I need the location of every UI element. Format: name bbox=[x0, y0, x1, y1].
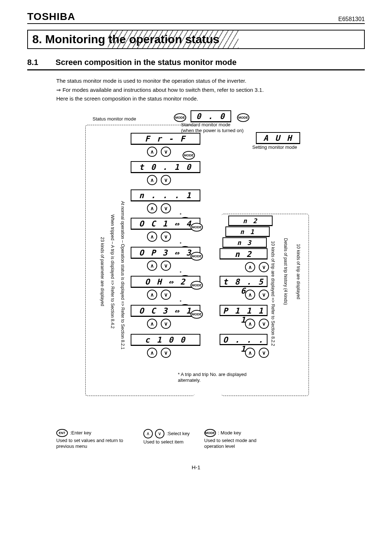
display-n-stack3: n 3 bbox=[222, 237, 267, 248]
display-n1: n . . . 1 bbox=[131, 189, 200, 201]
vtext-10kinds-inner: 10 kinds of trip are displayed => Refer … bbox=[270, 223, 275, 364]
mode-button-icon: MODE bbox=[183, 151, 195, 160]
legend-mode: MODE : Mode key Used to select mode and … bbox=[204, 429, 277, 450]
up-button-icon: ∧ bbox=[143, 429, 153, 438]
down-button-icon: ∨ bbox=[161, 348, 171, 358]
down-button-icon: ∨ bbox=[155, 429, 164, 438]
down-button-icon: ∨ bbox=[259, 262, 269, 272]
up-button-icon: ∧ bbox=[245, 319, 255, 329]
vtext-past-trip: Details of past trip history (4 kinds) bbox=[283, 219, 288, 324]
legend-mode-name: : Mode key bbox=[218, 430, 241, 436]
legend-ent-name: :Enter key bbox=[70, 430, 91, 436]
mode-button-icon: MODE bbox=[191, 310, 203, 319]
display-oc31: O C 3 ⇔ 1 bbox=[131, 305, 200, 317]
display-t010: t 0 . 1 0 bbox=[131, 161, 200, 173]
up-button-icon: ∧ bbox=[147, 232, 157, 242]
up-button-icon: ∧ bbox=[147, 290, 157, 300]
display-n-selected: n 2 bbox=[220, 248, 268, 259]
mode-button-icon: MODE bbox=[191, 252, 203, 261]
down-button-icon: ∨ bbox=[259, 290, 269, 300]
up-button-icon: ∧ bbox=[147, 147, 157, 157]
down-button-icon: ∨ bbox=[259, 319, 269, 329]
down-button-icon: ∨ bbox=[161, 232, 171, 242]
ent-button-icon: ENT bbox=[56, 429, 68, 437]
display-oh2: O H ⇔ 2 bbox=[131, 276, 200, 288]
vtext-10kinds-outer: 10 kinds of trip are displayed bbox=[296, 226, 301, 317]
down-button-icon: ∨ bbox=[161, 290, 171, 300]
diagram: 0 . 0 MODE MODE Standard monitor mode (w… bbox=[56, 110, 310, 426]
up-button-icon: ∧ bbox=[245, 290, 255, 300]
mode-button-icon: MODE bbox=[191, 281, 203, 290]
body-line-3: Here is the screen composition in the st… bbox=[56, 95, 365, 103]
up-button-icon: ∧ bbox=[147, 319, 157, 329]
up-button-icon: ∧ bbox=[147, 348, 157, 358]
display-c100: c 1 0 0 bbox=[131, 334, 200, 346]
up-button-icon: ∧ bbox=[147, 261, 157, 271]
label-status-monitor: Status monitor mode bbox=[93, 116, 136, 122]
up-button-icon: ∧ bbox=[147, 203, 157, 213]
down-button-icon: ∨ bbox=[161, 261, 171, 271]
down-button-icon: ∨ bbox=[161, 203, 171, 213]
legend-ent: ENT :Enter key Used to set values and re… bbox=[56, 429, 129, 450]
page-number: H-1 bbox=[27, 464, 365, 470]
display-o1: O . . . 1 bbox=[220, 334, 268, 345]
chapter-title: Monitoring the operation status bbox=[45, 33, 220, 46]
vtext-normalop: At normal operation – Operation status i… bbox=[120, 187, 125, 364]
down-button-icon: ∨ bbox=[161, 319, 171, 329]
vtext-23kinds: 23 kinds of parameter are displayed bbox=[100, 212, 105, 332]
display-fr-f: F r - F bbox=[131, 133, 200, 145]
down-button-icon: ∨ bbox=[259, 348, 269, 358]
star-note: * bbox=[180, 299, 181, 304]
display-n-stack2: n 2 bbox=[228, 216, 273, 226]
display-t856: t 8 . 5 6 bbox=[220, 276, 268, 287]
up-button-icon: ∧ bbox=[147, 175, 157, 185]
legend: ENT :Enter key Used to set values and re… bbox=[56, 429, 365, 450]
chapter-number: 8. bbox=[32, 33, 42, 46]
section-underline bbox=[27, 69, 365, 70]
label-alternate-note: * A trip and trip No. are displayed alte… bbox=[178, 372, 258, 384]
down-button-icon: ∨ bbox=[161, 175, 171, 185]
vtext-whentripped: When tripped – A trip is displayed => Re… bbox=[110, 187, 115, 357]
display-setting-monitor: A U H bbox=[256, 132, 300, 144]
display-p1111: P 1 1 1 1 bbox=[220, 305, 268, 316]
display-n-stack1: n 1 bbox=[225, 226, 270, 237]
display-standard-monitor: 0 . 0 bbox=[191, 110, 231, 122]
document-number: E6581301 bbox=[338, 16, 365, 23]
label-setting-monitor: Setting monitor mode bbox=[252, 144, 297, 150]
star-note: * bbox=[180, 270, 181, 275]
mode-button-icon: MODE bbox=[237, 113, 249, 122]
display-oc14: O C 1 ⇔ 4 bbox=[131, 218, 200, 230]
legend-select: ∧ ∨ :Select key Used to select item bbox=[143, 429, 190, 450]
legend-ent-desc: Used to set values and return to previou… bbox=[56, 438, 129, 450]
star-note: * bbox=[180, 241, 181, 246]
body-line-1: The status monitor mode is used to monit… bbox=[56, 77, 365, 85]
up-button-icon: ∧ bbox=[245, 262, 255, 272]
down-button-icon: ∨ bbox=[161, 147, 171, 157]
body-line-2: ⇒ For modes available and instructions a… bbox=[56, 86, 365, 94]
chapter-heading-box: 8. Monitoring the operation status bbox=[27, 30, 365, 49]
star-note: * bbox=[180, 212, 181, 217]
mode-button-icon: MODE bbox=[191, 223, 203, 232]
mode-button-icon: MODE bbox=[204, 429, 216, 437]
body-text: The status monitor mode is used to monit… bbox=[56, 77, 365, 103]
section-number: 8.1 bbox=[27, 58, 45, 67]
mode-button-icon: MODE bbox=[174, 113, 186, 122]
legend-select-desc: Used to select item bbox=[143, 439, 190, 445]
legend-mode-desc: Used to select mode and operation level bbox=[204, 438, 277, 450]
brand-logo: TOSHIBA bbox=[27, 11, 75, 23]
up-button-icon: ∧ bbox=[245, 348, 255, 358]
display-op33: O P 3 ⇔ 3 bbox=[131, 247, 200, 259]
section-title: Screen composition in the status monitor… bbox=[56, 58, 237, 67]
legend-select-name: :Select key bbox=[167, 431, 190, 436]
